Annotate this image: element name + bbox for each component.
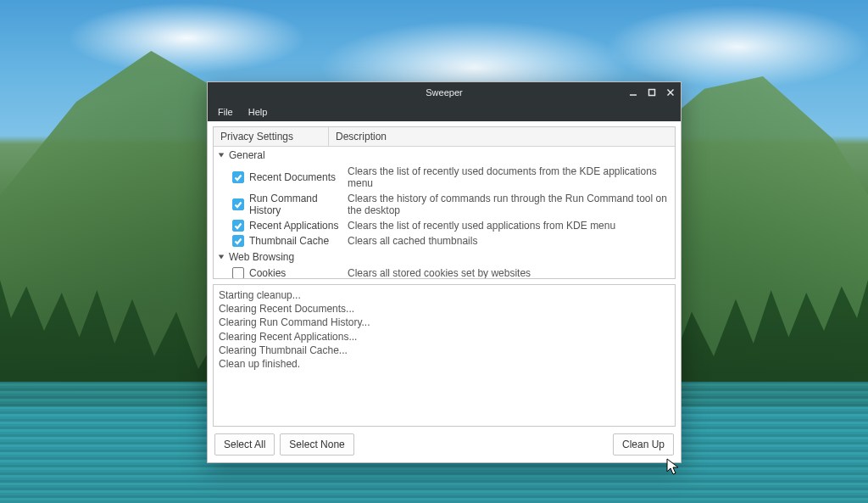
column-privacy-settings[interactable]: Privacy Settings bbox=[214, 127, 329, 146]
log-line: Clearing Thumbnail Cache... bbox=[219, 344, 670, 357]
chevron-down-icon[interactable] bbox=[217, 253, 225, 261]
select-none-button[interactable]: Select None bbox=[280, 433, 353, 455]
item-label: Recent Documents bbox=[249, 171, 344, 183]
item-description: Clears the list of recently used documen… bbox=[344, 165, 675, 189]
checkbox-checked-icon[interactable] bbox=[232, 198, 244, 210]
item-description: Clears all cached thumbnails bbox=[344, 235, 675, 247]
svg-rect-1 bbox=[649, 90, 655, 96]
item-recent-documents[interactable]: Recent Documents Clears the list of rece… bbox=[214, 164, 675, 191]
item-description: Clears the list of recently used applica… bbox=[344, 220, 675, 232]
group-general[interactable]: General bbox=[214, 147, 675, 164]
window-title: Sweeper bbox=[426, 87, 462, 98]
maximize-icon[interactable] bbox=[647, 87, 657, 98]
checkbox-checked-icon[interactable] bbox=[232, 220, 244, 232]
group-web-browsing[interactable]: Web Browsing bbox=[214, 249, 675, 265]
desktop-wallpaper: Sweeper File Help Privacy Settings bbox=[0, 0, 868, 503]
button-row: Select All Select None Clean Up bbox=[213, 432, 676, 457]
group-label: General bbox=[229, 149, 265, 161]
chevron-down-icon[interactable] bbox=[217, 151, 225, 159]
sweeper-window: Sweeper File Help Privacy Settings bbox=[207, 81, 682, 463]
log-line: Clearing Recent Applications... bbox=[219, 330, 670, 344]
item-description: Clears all stored cookies set by website… bbox=[344, 267, 675, 278]
svg-marker-5 bbox=[219, 255, 224, 260]
close-icon[interactable] bbox=[665, 87, 676, 98]
group-label: Web Browsing bbox=[229, 251, 294, 263]
svg-marker-4 bbox=[219, 154, 224, 158]
item-label: Recent Applications bbox=[249, 220, 344, 232]
select-all-button[interactable]: Select All bbox=[214, 433, 275, 455]
log-line: Clearing Run Command History... bbox=[219, 316, 670, 329]
item-label: Thumbnail Cache bbox=[249, 235, 344, 247]
menu-help[interactable]: Help bbox=[243, 105, 273, 119]
log-line: Starting cleanup... bbox=[219, 288, 670, 302]
item-description: Clears the history of commands run throu… bbox=[344, 193, 675, 216]
checkbox-checked-icon[interactable] bbox=[232, 171, 244, 183]
item-thumbnail-cache[interactable]: Thumbnail Cache Clears all cached thumbn… bbox=[214, 233, 675, 249]
checkbox-unchecked-icon[interactable] bbox=[232, 267, 244, 278]
minimize-icon[interactable] bbox=[628, 87, 638, 98]
tree-header: Privacy Settings Description bbox=[214, 127, 675, 147]
checkbox-checked-icon[interactable] bbox=[232, 235, 244, 247]
clean-up-button[interactable]: Clean Up bbox=[613, 433, 674, 455]
log-line: Clean up finished. bbox=[219, 357, 670, 371]
menu-file[interactable]: File bbox=[213, 105, 238, 119]
tree-body[interactable]: General Recent Documents Clears the list… bbox=[214, 147, 675, 278]
item-recent-applications[interactable]: Recent Applications Clears the list of r… bbox=[214, 218, 675, 233]
privacy-tree: Privacy Settings Description General Rec… bbox=[213, 126, 676, 279]
item-cookies[interactable]: Cookies Clears all stored cookies set by… bbox=[214, 265, 675, 278]
item-label: Cookies bbox=[249, 267, 344, 278]
log-output[interactable]: Starting cleanup... Clearing Recent Docu… bbox=[213, 284, 676, 427]
log-line: Clearing Recent Documents... bbox=[219, 302, 670, 316]
column-description[interactable]: Description bbox=[329, 127, 675, 146]
titlebar[interactable]: Sweeper bbox=[208, 82, 681, 103]
item-label: Run Command History bbox=[249, 193, 344, 216]
menubar: File Help bbox=[208, 103, 681, 121]
item-run-command-history[interactable]: Run Command History Clears the history o… bbox=[214, 191, 675, 218]
